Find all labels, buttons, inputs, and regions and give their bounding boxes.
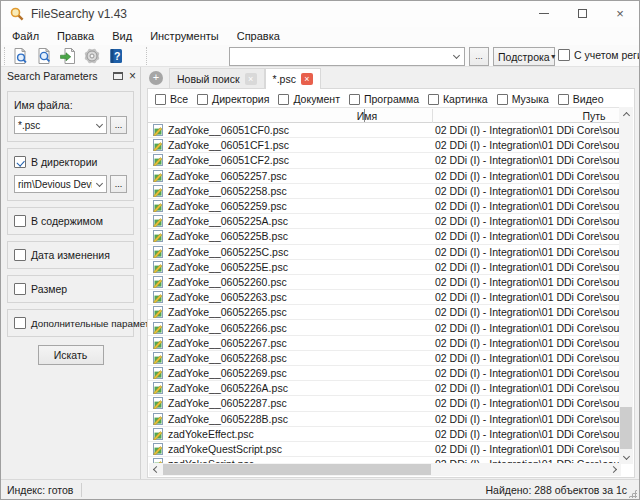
file-name: ZadYoke__0605228B.psc <box>168 413 288 425</box>
table-row[interactable]: ZadYoke__06051CF0.psc 02 DDi (I) - Integ… <box>148 123 620 138</box>
script-file-icon <box>152 276 164 288</box>
table-row[interactable]: ZadYoke__06052263.psc 02 DDi (I) - Integ… <box>148 290 620 305</box>
type-filter[interactable]: Музыка <box>497 93 549 105</box>
table-row[interactable]: zadYokeEffect.psc 02 DDi (I) - Integrati… <box>148 427 620 442</box>
type-filter[interactable]: Все <box>155 93 188 105</box>
type-filter-checkbox[interactable] <box>428 94 439 105</box>
chevron-down-icon <box>452 52 459 59</box>
table-row[interactable]: ZadYoke__06052267.psc 02 DDi (I) - Integ… <box>148 336 620 351</box>
case-sensitive-checkbox[interactable] <box>558 49 570 61</box>
menu-item-3[interactable]: Инструменты <box>141 28 228 44</box>
type-filter-checkbox[interactable] <box>558 94 569 105</box>
file-path: 02 DDi (I) - Integration\01 DDi Core\sou… <box>432 322 620 334</box>
table-row[interactable]: ZadYoke__0605225E.psc 02 DDi (I) - Integ… <box>148 260 620 275</box>
type-filter[interactable]: Картинка <box>428 93 488 105</box>
table-row[interactable]: ZadYoke__0605228B.psc 02 DDi (I) - Integ… <box>148 412 620 427</box>
export-results-button[interactable] <box>56 46 80 66</box>
match-mode-select[interactable]: Подстрока ▼ <box>493 47 555 66</box>
new-search-button[interactable] <box>8 46 32 66</box>
type-filter-checkbox[interactable] <box>278 94 289 105</box>
scroll-up-icon[interactable] <box>619 107 633 121</box>
file-path: 02 DDi (I) - Integration\01 DDi Core\sou… <box>432 413 620 425</box>
menu-item-0[interactable]: Файл <box>3 28 48 44</box>
table-row[interactable]: ZadYoke__06052287.psc 02 DDi (I) - Integ… <box>148 396 620 411</box>
vertical-scrollbar[interactable] <box>619 107 633 464</box>
type-filter-checkbox[interactable] <box>497 94 508 105</box>
search-in-results-button[interactable] <box>32 46 56 66</box>
menu-item-2[interactable]: Вид <box>103 28 141 44</box>
in-content-checkbox[interactable] <box>14 215 26 227</box>
table-row[interactable]: ZadYoke__06052266.psc 02 DDi (I) - Integ… <box>148 320 620 335</box>
filename-dropdown-button[interactable] <box>92 117 106 134</box>
table-row[interactable]: ZadYoke__0605225C.psc 02 DDi (I) - Integ… <box>148 245 620 260</box>
scroll-right-icon[interactable] <box>608 463 621 476</box>
date-modified-checkbox[interactable] <box>14 249 26 261</box>
type-filter[interactable]: Документ <box>278 93 340 105</box>
maximize-button[interactable] <box>563 1 601 25</box>
filename-browse-button[interactable]: ... <box>110 116 127 134</box>
type-filter[interactable]: Директория <box>197 93 269 105</box>
tab-psc[interactable]: *.psc × <box>265 68 321 89</box>
file-name: ZadYoke__06051CF1.psc <box>168 139 289 151</box>
scroll-down-icon[interactable] <box>619 450 633 464</box>
new-tab-button[interactable]: + <box>149 71 163 85</box>
tab-close-icon[interactable]: × <box>301 73 313 85</box>
close-button[interactable]: × <box>601 1 639 25</box>
script-file-icon <box>152 443 164 455</box>
table-row[interactable]: ZadYoke__06052268.psc 02 DDi (I) - Integ… <box>148 351 620 366</box>
table-row[interactable]: zadYokeQuestScript.psc 02 DDi (I) - Inte… <box>148 442 620 457</box>
type-filter-checkbox[interactable] <box>197 94 208 105</box>
directory-dropdown-button[interactable] <box>92 176 106 193</box>
table-row[interactable]: ZadYoke__06052259.psc 02 DDi (I) - Integ… <box>148 199 620 214</box>
search-input[interactable] <box>230 49 448 64</box>
script-file-icon <box>152 352 164 364</box>
minimize-button[interactable] <box>525 1 563 25</box>
table-row[interactable]: ZadYoke__06052260.psc 02 DDi (I) - Integ… <box>148 275 620 290</box>
tab-new-search[interactable]: Новый поиск × <box>169 68 265 89</box>
horizontal-scrollbar[interactable] <box>149 463 621 476</box>
tab-close-icon[interactable]: × <box>245 73 257 85</box>
search-button[interactable]: Искать <box>38 345 104 365</box>
menu-item-4[interactable]: Справка <box>228 28 289 44</box>
search-history-button[interactable]: ... <box>469 47 489 66</box>
float-panel-icon[interactable] <box>113 72 123 80</box>
table-row[interactable]: ZadYoke__06052257.psc 02 DDi (I) - Integ… <box>148 169 620 184</box>
in-directory-checkbox[interactable] <box>14 156 26 168</box>
app-logo-icon <box>9 6 25 22</box>
vertical-scrollbar-thumb[interactable] <box>620 407 632 449</box>
type-filter[interactable]: Программа <box>349 93 419 105</box>
table-row[interactable]: ZadYoke__06052269.psc 02 DDi (I) - Integ… <box>148 366 620 381</box>
settings-button[interactable] <box>80 46 104 66</box>
table-row[interactable]: ZadYoke__06051CF2.psc 02 DDi (I) - Integ… <box>148 153 620 168</box>
table-header[interactable]: Имя Путь <box>148 107 620 123</box>
column-header-path[interactable]: Путь <box>574 110 614 122</box>
filename-group: Имя файла: *.psc ... <box>7 91 134 142</box>
size-group: Размер <box>7 275 134 303</box>
size-checkbox[interactable] <box>14 283 26 295</box>
help-button[interactable]: ? <box>104 46 128 66</box>
scroll-left-icon[interactable] <box>149 463 162 476</box>
directory-combobox[interactable]: rim\Devious Devices SE 4.3 <box>14 175 107 193</box>
column-header-name[interactable]: Имя <box>347 110 387 122</box>
table-row[interactable]: ZadYoke__0605226A.psc 02 DDi (I) - Integ… <box>148 381 620 396</box>
panel-close-icon[interactable]: × <box>129 71 136 81</box>
directory-browse-button[interactable]: ... <box>110 175 127 193</box>
type-filter[interactable]: Видео <box>558 93 604 105</box>
table-row[interactable]: ZadYoke__0605225B.psc 02 DDi (I) - Integ… <box>148 229 620 244</box>
table-row[interactable]: ZadYoke__0605225A.psc 02 DDi (I) - Integ… <box>148 214 620 229</box>
horizontal-scrollbar-thumb[interactable] <box>163 464 431 475</box>
filename-combobox[interactable]: *.psc <box>14 116 107 134</box>
table-row[interactable]: ZadYoke__06052258.psc 02 DDi (I) - Integ… <box>148 184 620 199</box>
table-row[interactable]: ZadYoke__06052265.psc 02 DDi (I) - Integ… <box>148 305 620 320</box>
search-dropdown-button[interactable] <box>448 48 464 65</box>
results-list: ZadYoke__06051CF0.psc 02 DDi (I) - Integ… <box>148 123 620 464</box>
type-filter-checkbox[interactable] <box>349 94 360 105</box>
type-filter-label: Видео <box>573 93 604 105</box>
menu-item-1[interactable]: Правка <box>48 28 103 44</box>
advanced-checkbox[interactable] <box>14 317 26 329</box>
title-bar: FileSearchy v1.43 × <box>1 1 639 27</box>
file-path: 02 DDi (I) - Integration\01 DDi Core\sou… <box>432 124 620 136</box>
table-row[interactable]: ZadYoke__06051CF1.psc 02 DDi (I) - Integ… <box>148 138 620 153</box>
column-divider[interactable] <box>432 109 433 123</box>
type-filter-checkbox[interactable] <box>155 94 166 105</box>
